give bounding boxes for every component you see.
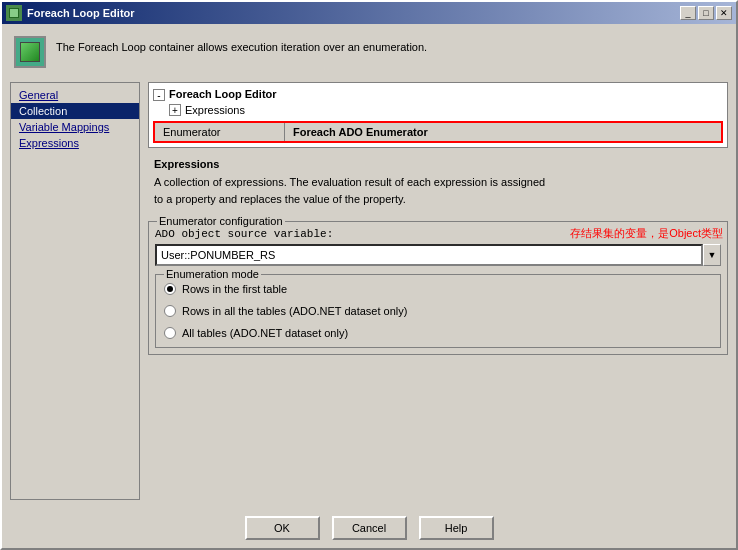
ado-dropdown-container: User::PONUMBER_RS ▼ bbox=[155, 244, 721, 266]
radio-all-tables[interactable] bbox=[164, 305, 176, 317]
window-icon bbox=[6, 5, 22, 21]
annotation-text: 存结果集的变量，是Object类型 bbox=[570, 226, 723, 241]
cancel-button[interactable]: Cancel bbox=[332, 516, 407, 540]
expressions-section: Expressions A collection of expressions.… bbox=[148, 152, 728, 213]
expressions-expand-button[interactable]: + bbox=[169, 104, 181, 116]
window-title: Foreach Loop Editor bbox=[27, 7, 135, 19]
ado-value-field[interactable]: User::PONUMBER_RS bbox=[155, 244, 703, 266]
header-icon bbox=[14, 36, 46, 68]
expressions-title: Expressions bbox=[154, 158, 722, 170]
help-button[interactable]: Help bbox=[419, 516, 494, 540]
sidebar-item-expressions[interactable]: Expressions bbox=[11, 135, 139, 151]
maximize-button[interactable]: □ bbox=[698, 6, 714, 20]
header-description: The Foreach Loop container allows execut… bbox=[56, 36, 427, 55]
enumerator-config-legend: Enumerator configuration bbox=[157, 215, 285, 227]
top-panel-section: - Foreach Loop Editor + Expressions Enum… bbox=[148, 82, 728, 148]
title-buttons: _ □ ✕ bbox=[680, 6, 732, 20]
radio-all-tables-2[interactable] bbox=[164, 327, 176, 339]
close-button[interactable]: ✕ bbox=[716, 6, 732, 20]
sidebar-item-collection[interactable]: Collection bbox=[11, 103, 139, 119]
enumerator-config-section: Enumerator configuration 存结果集的变量，是Object… bbox=[148, 221, 728, 355]
sidebar-item-variable-mappings[interactable]: Variable Mappings bbox=[11, 119, 139, 135]
panel-collapse-button[interactable]: - bbox=[153, 89, 165, 101]
expressions-tree-item: + Expressions bbox=[153, 103, 723, 117]
radio-item-all-tables: Rows in all the tables (ADO.NET dataset … bbox=[164, 305, 712, 317]
radio-all-tables-2-label: All tables (ADO.NET dataset only) bbox=[182, 327, 348, 339]
ok-button[interactable]: OK bbox=[245, 516, 320, 540]
main-area: General Collection Variable Mappings Exp… bbox=[10, 82, 728, 500]
window-content: The Foreach Loop container allows execut… bbox=[2, 24, 736, 508]
ado-dropdown-button[interactable]: ▼ bbox=[703, 244, 721, 266]
enumerator-row: Enumerator Foreach ADO Enumerator bbox=[153, 121, 723, 143]
enumerator-value: Foreach ADO Enumerator bbox=[285, 123, 721, 141]
minimize-button[interactable]: _ bbox=[680, 6, 696, 20]
right-panel: - Foreach Loop Editor + Expressions Enum… bbox=[148, 82, 728, 500]
sidebar-item-general[interactable]: General bbox=[11, 87, 139, 103]
panel-title-row: - Foreach Loop Editor bbox=[153, 87, 723, 103]
enumerator-label: Enumerator bbox=[155, 123, 285, 141]
radio-first-table[interactable] bbox=[164, 283, 176, 295]
radio-item-all-tables-2: All tables (ADO.NET dataset only) bbox=[164, 327, 712, 339]
expressions-desc-line2: to a property and replaces the value of … bbox=[154, 191, 722, 208]
enumeration-mode-box: Enumeration mode Rows in the first table… bbox=[155, 274, 721, 348]
header-area: The Foreach Loop container allows execut… bbox=[10, 32, 728, 72]
sidebar: General Collection Variable Mappings Exp… bbox=[10, 82, 140, 500]
radio-all-tables-label: Rows in all the tables (ADO.NET dataset … bbox=[182, 305, 407, 317]
radio-first-table-label: Rows in the first table bbox=[182, 283, 287, 295]
title-bar: Foreach Loop Editor _ □ ✕ bbox=[2, 2, 736, 24]
expressions-tree-label: Expressions bbox=[185, 104, 245, 116]
footer: OK Cancel Help bbox=[2, 508, 736, 548]
foreach-loop-editor-window: Foreach Loop Editor _ □ ✕ The Foreach Lo… bbox=[0, 0, 738, 550]
expressions-desc-line1: A collection of expressions. The evaluat… bbox=[154, 174, 722, 191]
panel-title: Foreach Loop Editor bbox=[169, 88, 277, 100]
radio-item-first-table: Rows in the first table bbox=[164, 283, 712, 295]
enum-mode-legend: Enumeration mode bbox=[164, 268, 261, 280]
